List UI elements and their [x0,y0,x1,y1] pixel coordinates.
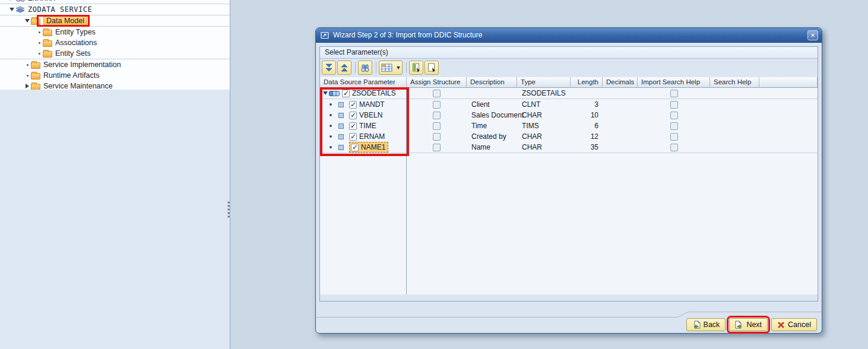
move-up-button[interactable] [337,61,351,75]
parameter-name: VBELN [359,111,382,119]
select-all-columns-button[interactable] [409,61,423,75]
parameter-name: TIME [359,122,376,130]
parameters-table: Data Source Parameter Assign Structure D… [320,77,818,294]
column-header[interactable]: Import Search Help [638,77,710,87]
description-cell: Sales Document [467,110,517,120]
column-header[interactable]: Assign Structure [407,77,467,87]
column-header[interactable]: Decimals [603,77,638,87]
tree-node-associations[interactable]: Associations [0,37,230,48]
column-header[interactable]: Length [571,77,603,87]
bullet-icon [330,114,332,116]
tree-node-entity-types[interactable]: Entity Types [0,27,230,37]
import-search-help-checkbox[interactable] [670,90,678,97]
select-parameters-panel: Select Parameter(s) [319,46,818,302]
project-icon [15,0,25,2]
folder-icon [43,51,52,58]
bullet-icon [330,135,332,138]
service-icon [15,6,25,14]
next-icon [735,321,743,329]
tree-node-zodata-service[interactable]: ZODATA SERVICE [0,4,230,15]
cancel-button[interactable]: Cancel [771,318,817,331]
row-checkbox[interactable] [349,112,357,119]
row-checkbox[interactable] [349,122,357,130]
table-row[interactable]: ZSODETAILS ZSODETAILS [320,88,818,99]
next-button[interactable]: Next [729,318,768,331]
bullet-icon [330,125,332,127]
bullet-icon [36,53,43,55]
column-header[interactable]: Search Help [710,77,759,87]
collapse-icon[interactable] [24,19,31,23]
import-search-help-checkbox[interactable] [670,122,678,130]
splitter-grip[interactable] [227,201,231,219]
table-row[interactable]: MANDT Client CLNT 3 [320,99,818,110]
folder-icon [43,40,52,47]
assign-structure-checkbox[interactable] [433,122,441,130]
type-cell: ZSODETAILS [517,88,571,99]
assign-structure-checkbox[interactable] [433,133,441,141]
table-toolbar [320,59,818,77]
import-search-help-checkbox[interactable] [670,133,678,141]
decimals-cell [603,120,638,131]
table-row[interactable]: NAME1 Name CHAR 35 [320,142,818,153]
column-header[interactable]: Description [467,77,517,87]
type-cell: CHAR [517,131,571,142]
assign-structure-checkbox[interactable] [433,101,441,109]
assign-structure-checkbox[interactable] [433,144,441,151]
dialog-title: Wizard Step 2 of 3: Import from DDIC Str… [333,31,482,39]
bullet-icon [330,146,332,148]
move-down-button[interactable] [322,61,336,75]
assign-structure-checkbox[interactable] [433,90,441,97]
import-search-help-checkbox[interactable] [670,112,678,119]
row-checkbox[interactable] [342,90,350,97]
find-button[interactable] [358,61,372,75]
tree-node-service-implementation[interactable]: Service Implementation [0,59,230,70]
tree-node-label-selected: Data Model [43,16,87,26]
type-cell: CHAR [517,110,571,120]
table-row[interactable]: VBELN Sales Document CHAR 10 [320,110,818,120]
column-header[interactable]: Data Source Parameter [320,77,407,87]
tree-node-service-maintenance[interactable]: Service Maintenance [0,81,230,90]
focused-cell[interactable]: NAME1 [349,142,388,153]
parameter-name: ZSODETAILS [352,89,396,97]
field-icon [338,113,344,118]
expand-icon[interactable] [24,84,31,88]
bullet-icon [36,31,43,33]
table-header-row: Data Source Parameter Assign Structure D… [320,77,818,88]
import-search-help-checkbox[interactable] [670,144,678,151]
table-row[interactable]: ERNAM Created by CHAR 12 [320,131,818,142]
bullet-icon [24,64,31,66]
tree-node-runtime-artifacts[interactable]: Runtime Artifacts [0,70,230,81]
row-checkbox[interactable] [349,133,357,141]
parameter-name: ERNAM [359,132,385,141]
row-checkbox[interactable] [349,101,357,109]
deselect-all-columns-button[interactable] [425,61,439,75]
import-search-help-checkbox[interactable] [670,101,678,109]
expand-icon[interactable] [8,0,15,1]
tree-node-label: Runtime Artifacts [43,71,99,80]
search-help-cell [710,120,759,131]
project-tree-panel: ZNARRA ZODATA SERVICE Data Model Entity … [0,0,230,349]
column-header[interactable]: Type [517,77,571,87]
row-checkbox[interactable] [351,144,359,151]
structure-icon [329,91,340,96]
length-cell: 35 [571,142,603,153]
column-separator-line [406,88,407,294]
parameter-name: MANDT [359,100,385,109]
table-row[interactable]: TIME Time TIMS 6 [320,120,818,131]
type-cell: TIMS [517,120,571,131]
back-button[interactable]: Back [686,318,726,331]
find-icon [360,64,370,72]
tree-node-entity-sets[interactable]: Entity Sets [0,48,230,59]
tree-node-label: Associations [55,39,97,47]
tree-node-data-model[interactable]: Data Model [0,15,230,27]
deselect-all-columns-icon [427,63,436,72]
description-cell: Client [467,99,517,110]
collapse-icon[interactable] [322,91,329,95]
close-icon[interactable]: × [807,30,818,40]
collapse-icon[interactable] [8,8,15,11]
table-settings-button[interactable] [379,61,403,75]
assign-structure-checkbox[interactable] [433,112,441,119]
tree-node-znarra[interactable]: ZNARRA [0,0,230,4]
tree-node-label: Entity Types [55,28,96,36]
dialog-titlebar[interactable]: Wizard Step 2 of 3: Import from DDIC Str… [316,28,822,43]
